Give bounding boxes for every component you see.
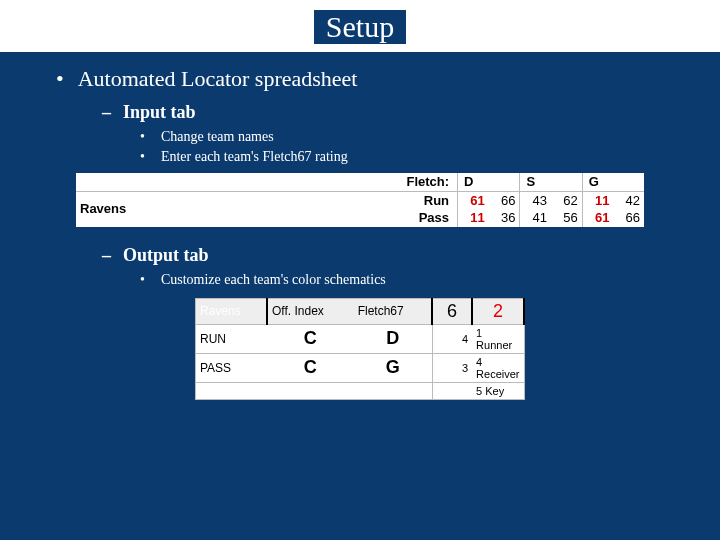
out-run-fletch: D (354, 324, 432, 353)
input-item-0: Change team names (161, 129, 274, 145)
title-band: Setup (0, 0, 720, 52)
pass-v2: 41 (520, 209, 551, 227)
out-pass-off: C (267, 353, 354, 382)
output-table: Ravens Off. Index Fletch67 6 2 RUN C D 4… (195, 298, 525, 400)
bullet-l3-input-1: • Enter each team's Fletch67 rating (40, 149, 680, 165)
content-area: • Automated Locator spreadsheet – Input … (0, 52, 720, 414)
bullet-l1-text: Automated Locator spreadsheet (78, 66, 358, 92)
out-hdr-fletch: Fletch67 (354, 298, 432, 324)
input-heading: Input tab (123, 102, 196, 123)
out-top-right-0: 6 (432, 298, 472, 324)
bullet-l2-output: – Output tab (40, 245, 680, 266)
dash-icon: – (102, 245, 111, 266)
out-hdr-off: Off. Index (267, 298, 354, 324)
output-item-0: Customize each team's color schematics (161, 272, 386, 288)
out-run-rt: 1 Runner (472, 324, 524, 353)
team-name: Ravens (76, 191, 383, 227)
dash-icon: – (102, 102, 111, 123)
out-row-run: RUN (196, 324, 268, 353)
run-v5: 42 (613, 191, 644, 209)
out-foot-rs (432, 382, 472, 399)
bullet-l3-output-0: • Customize each team's color schematics (40, 272, 680, 288)
group-g: G (582, 173, 644, 191)
run-v0: 61 (458, 191, 489, 209)
bullet-dot-icon: • (140, 272, 145, 288)
slide-title: Setup (314, 10, 406, 44)
run-v4: 11 (582, 191, 613, 209)
bullet-l2-input: – Input tab (40, 102, 680, 123)
row-run-label: Run (383, 191, 458, 209)
pass-v4: 61 (582, 209, 613, 227)
pass-v3: 56 (551, 209, 582, 227)
out-pass-rs: 3 (432, 353, 472, 382)
out-run-off: C (267, 324, 354, 353)
bullet-dot-icon: • (56, 66, 64, 92)
run-v2: 43 (520, 191, 551, 209)
bullet-l3-input-0: • Change team names (40, 129, 680, 145)
bullet-dot-icon: • (140, 149, 145, 165)
out-pass-rt: 4 Receiver (472, 353, 524, 382)
out-row-pass: PASS (196, 353, 268, 382)
output-heading: Output tab (123, 245, 209, 266)
pass-v0: 11 (458, 209, 489, 227)
fletch-label: Fletch: (383, 173, 458, 191)
bullet-dot-icon: • (140, 129, 145, 145)
group-s: S (520, 173, 582, 191)
run-v1: 66 (489, 191, 520, 209)
out-top-right-1: 2 (472, 298, 524, 324)
input-item-1: Enter each team's Fletch67 rating (161, 149, 348, 165)
out-pass-fletch: G (354, 353, 432, 382)
row-pass-label: Pass (383, 209, 458, 227)
group-d: D (458, 173, 520, 191)
pass-v1: 36 (489, 209, 520, 227)
input-table: Fletch: D S G Ravens Run 61 66 43 62 11 … (76, 173, 644, 227)
out-foot-rt: 5 Key (472, 382, 524, 399)
pass-v5: 66 (613, 209, 644, 227)
run-v3: 62 (551, 191, 582, 209)
out-run-rs: 4 (432, 324, 472, 353)
bullet-l1: • Automated Locator spreadsheet (40, 66, 680, 92)
out-team: Ravens (196, 298, 268, 324)
